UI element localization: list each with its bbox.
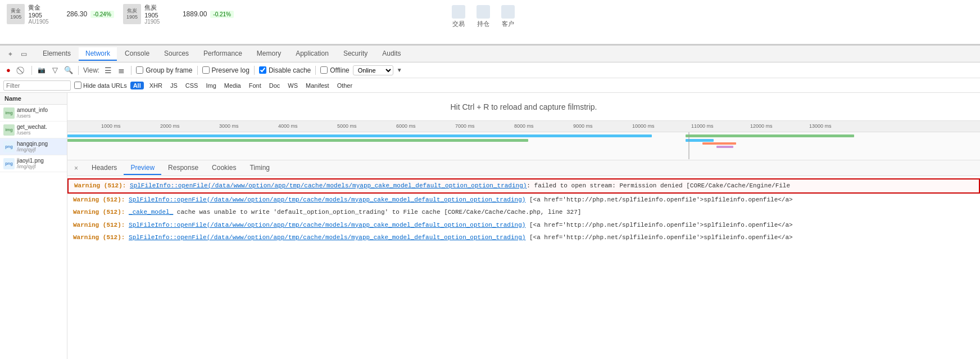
all-filter-badge[interactable]: All xyxy=(130,82,144,89)
sub-tab-timing[interactable]: Timing xyxy=(243,161,276,175)
offline-label[interactable]: Offline xyxy=(320,66,349,74)
file-path-3: /img/qyjf xyxy=(17,147,48,152)
disable-cache-checkbox[interactable] xyxy=(259,66,266,74)
throttle-select[interactable]: Online Fast 3G Slow 3G Offline xyxy=(353,65,393,75)
file-item-3[interactable]: png hangqin.png /img/qyjf xyxy=(0,138,67,155)
tick-10000: 10000 ms xyxy=(632,123,655,129)
filter-img[interactable]: Img xyxy=(203,82,218,89)
right-stock-col xyxy=(726,0,980,28)
devtools-panel: ⌖ ▭ Elements Network Console Sources Per… xyxy=(0,45,980,359)
devtools-tab-bar: ⌖ ▭ Elements Network Console Sources Per… xyxy=(0,46,980,62)
clear-button[interactable]: ⃠ xyxy=(17,65,27,75)
group-by-frame-checkbox[interactable] xyxy=(136,66,143,74)
tab-audits[interactable]: Audits xyxy=(375,47,407,61)
capture-screenshot-btn[interactable]: 📷 xyxy=(37,65,47,75)
file-item-4[interactable]: png jiaoyi1.png /img/qyjf xyxy=(0,155,67,172)
chicang-icon xyxy=(477,5,490,19)
warning-link-2[interactable]: SplFileInfo::openFile(/data/www/option/a… xyxy=(129,196,525,203)
tab-security[interactable]: Security xyxy=(337,47,374,61)
tick-1000: 1000 ms xyxy=(101,123,121,129)
filter-media[interactable]: Media xyxy=(222,82,243,89)
tab-sources[interactable]: Sources xyxy=(157,47,196,61)
tab-performance[interactable]: Performance xyxy=(197,47,249,61)
stock-price-1: 286.30 xyxy=(66,10,87,18)
tick-13000: 13000 ms xyxy=(809,123,832,129)
disable-cache-label[interactable]: Disable cache xyxy=(259,66,311,74)
top-tab-jiaoyi[interactable]: 交易 xyxy=(452,5,465,28)
tab-elements[interactable]: Elements xyxy=(36,47,78,61)
stock-details-2: 焦炭1905 J1905 xyxy=(144,3,168,25)
sub-tab-response[interactable]: Response xyxy=(161,161,205,175)
filter-manifest[interactable]: Manifest xyxy=(303,82,332,89)
filter-other[interactable]: Other xyxy=(335,82,355,89)
offline-checkbox[interactable] xyxy=(320,66,328,74)
preview-content[interactable]: Warning (512): SplFileInfo::openFile(/da… xyxy=(67,176,980,359)
preserve-log-text: Preserve log xyxy=(212,66,249,74)
file-icon-1: img xyxy=(3,107,15,119)
file-path-1: /users xyxy=(17,113,48,119)
warning-link-3[interactable]: _cake_model_ xyxy=(129,209,173,216)
record-button[interactable]: ● xyxy=(3,65,13,75)
toolbar-sep-2 xyxy=(78,66,79,75)
filter-input[interactable] xyxy=(3,80,71,91)
warning-link-4[interactable]: SplFileInfo::openFile(/data/www/option/a… xyxy=(129,222,525,228)
tick-7000: 7000 ms xyxy=(455,123,475,129)
tab-memory[interactable]: Memory xyxy=(250,47,288,61)
stock-entry-2[interactable]: 焦炭 1905 焦炭1905 J1905 1889.00 -0.21% xyxy=(121,2,236,26)
group-by-frame-text: Group by frame xyxy=(146,66,192,74)
stock-name-1: 黄金1905 xyxy=(28,3,52,19)
sub-tab-cookies[interactable]: Cookies xyxy=(205,161,243,175)
file-item-1[interactable]: img amount_info /users xyxy=(0,105,67,122)
warning-line-3: Warning (512): _cake_model_ cache was un… xyxy=(67,206,980,219)
file-item-2[interactable]: img get_wechat. /users xyxy=(0,122,67,138)
tick-11000: 11000 ms xyxy=(691,123,714,129)
tab-application[interactable]: Application xyxy=(289,47,335,61)
sub-tab-close[interactable]: × xyxy=(72,164,80,172)
top-tab-chicang[interactable]: 持仓 xyxy=(477,5,490,28)
warning-prefix-4: Warning (512): xyxy=(73,222,129,228)
preserve-log-label[interactable]: Preserve log xyxy=(202,66,249,74)
inspect-icon[interactable]: ⌖ xyxy=(4,48,16,60)
search-btn[interactable]: 🔍 xyxy=(63,65,74,75)
sub-tab-preview[interactable]: Preview xyxy=(124,161,161,175)
hide-data-urls-text: Hide data URLs xyxy=(83,82,127,89)
list-view-btn[interactable]: ☰ xyxy=(103,65,113,75)
top-tab-kehu[interactable]: 客户 xyxy=(501,5,515,28)
warning-text-1: : failed to open stream: Permission deni… xyxy=(527,182,790,189)
tab-network[interactable]: Network xyxy=(79,47,117,61)
preserve-log-checkbox[interactable] xyxy=(202,66,210,74)
device-icon[interactable]: ▭ xyxy=(18,48,29,60)
stock-price-2: 1889.00 xyxy=(183,10,207,18)
filmstrip-area: Hit Ctrl + R to reload and capture films… xyxy=(67,93,980,121)
warning-line-2: Warning (512): SplFileInfo::openFile(/da… xyxy=(67,194,980,207)
filter-xhr[interactable]: XHR xyxy=(147,82,165,89)
group-by-frame-label[interactable]: Group by frame xyxy=(136,66,192,74)
stock-name-2: 焦炭1905 xyxy=(144,3,168,19)
warning-line-4: Warning (512): SplFileInfo::openFile(/da… xyxy=(67,219,980,232)
file-panel: Name img amount_info /users img get_wech… xyxy=(0,93,67,359)
warning-link-5[interactable]: SplFileInfo::openFile(/data/www/option/a… xyxy=(129,234,525,241)
toolbar-sep-4 xyxy=(197,66,198,75)
filter-doc[interactable]: Doc xyxy=(267,82,283,89)
tab-console[interactable]: Console xyxy=(118,47,156,61)
filter-js[interactable]: JS xyxy=(168,82,180,89)
warning-text-5: [<a href='http://php.net/splfileinfo.ope… xyxy=(525,234,792,241)
warning-link-1[interactable]: SplFileInfo::openFile(/data/www/option/a… xyxy=(130,182,527,189)
waterfall-view-btn[interactable]: ≣ xyxy=(116,65,126,75)
filter-btn[interactable]: ▽ xyxy=(50,65,60,75)
stock-entry-1[interactable]: 黄金 1905 黄金1905 AU1905 286.30 -0.24% xyxy=(4,2,116,26)
sub-tab-headers[interactable]: Headers xyxy=(85,161,124,175)
timeline-marker xyxy=(688,132,689,159)
toolbar-sep-3 xyxy=(131,66,131,75)
warning-text-2: [<a href='http://php.net/splfileinfo.ope… xyxy=(525,196,792,203)
file-name-4: jiaoyi1.png xyxy=(17,158,44,164)
filter-ws[interactable]: WS xyxy=(285,82,300,89)
top-content: 黄金 1905 黄金1905 AU1905 286.30 -0.24% 焦炭 1… xyxy=(0,0,980,28)
view-label: View: xyxy=(83,66,99,74)
file-icon-2: img xyxy=(3,124,15,136)
hide-data-urls-checkbox[interactable] xyxy=(74,82,81,89)
warning-prefix-1: Warning (512): xyxy=(74,182,130,189)
hide-data-urls-label[interactable]: Hide data URLs xyxy=(74,82,127,89)
filter-font[interactable]: Font xyxy=(247,82,264,89)
filter-css[interactable]: CSS xyxy=(183,82,201,89)
